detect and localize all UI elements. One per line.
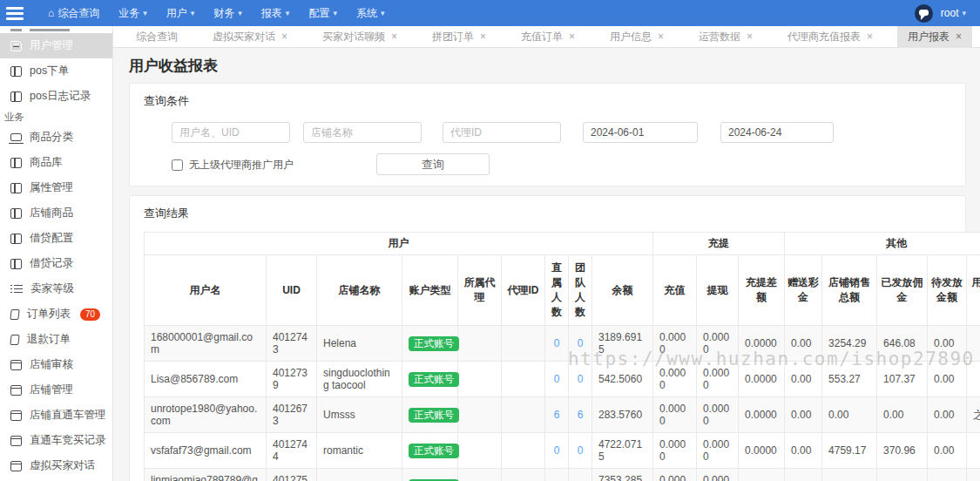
sidebar-item[interactable]: pos日志记录: [0, 84, 112, 109]
results-table: 用户 充提 其他 用户名UID店铺名称账户类型所属代理代理ID直属人数团队人数余…: [144, 232, 980, 481]
count-link[interactable]: 0: [554, 444, 560, 457]
tab-item[interactable]: 拼团订单×: [422, 26, 497, 48]
cell-agent_id: [502, 397, 545, 433]
query-options-row: 无上级代理商推广用户 查询: [144, 153, 951, 176]
cell-pending: 0.00: [928, 326, 967, 362]
tab-item[interactable]: 综合查询: [125, 26, 188, 48]
agent-id-input[interactable]: [443, 122, 561, 143]
tab-item[interactable]: 运营数据×: [688, 26, 763, 48]
cell-balance: 4722.0715: [592, 433, 653, 469]
cell-pending: 0.00: [928, 433, 967, 469]
sidebar-item[interactable]: 商品分类: [0, 125, 112, 150]
sidebar-item[interactable]: 属性管理: [0, 175, 112, 200]
sidebar-item-label: 店铺直通车管理: [30, 408, 106, 423]
nav-item-1[interactable]: ⌂综合查询: [38, 0, 109, 26]
column-header: UID: [267, 255, 317, 326]
sidebar-item[interactable]: 店铺审核: [0, 352, 112, 377]
cell-sales: 553.27: [822, 362, 877, 397]
cell-direct: 0: [545, 433, 569, 469]
sidebar-item[interactable]: 用户管理: [0, 33, 112, 58]
sidebar-item-label: 店铺管理: [30, 383, 73, 397]
close-icon[interactable]: ×: [956, 30, 962, 43]
tab-item[interactable]: 用户信息×: [599, 26, 674, 48]
nav-item-3[interactable]: 用户▾: [157, 0, 205, 26]
cell-paid: 1711.13: [877, 469, 928, 481]
tab-item[interactable]: 代理商充值报表×: [777, 26, 883, 48]
count-link[interactable]: 0: [554, 337, 560, 349]
tab-active[interactable]: 用户报表×: [897, 26, 972, 48]
group-header-user: 用户: [145, 233, 653, 255]
count-link[interactable]: 0: [578, 444, 584, 457]
cell-paid: 370.96: [877, 433, 928, 469]
close-icon[interactable]: ×: [867, 30, 873, 43]
sidebar-item-label: 卖家等级: [30, 281, 74, 296]
date-to-input[interactable]: [720, 122, 834, 143]
tab-item[interactable]: 买家对话聊频×: [312, 26, 408, 48]
cell-diff: 0.0000: [739, 362, 785, 397]
count-link[interactable]: 0: [578, 373, 584, 385]
username-input[interactable]: [172, 122, 290, 143]
count-link[interactable]: 0: [554, 373, 560, 385]
close-icon[interactable]: ×: [391, 30, 397, 43]
nav-item-4[interactable]: 财务▾: [204, 0, 252, 26]
chat-icon[interactable]: [915, 4, 933, 23]
sidebar-item[interactable]: 直通车竞买记录: [0, 428, 112, 453]
cell-type: 正式账号: [402, 362, 458, 397]
file-icon: [10, 309, 19, 320]
cell-type: 正式账号: [402, 397, 458, 433]
chevron-down-icon: ▾: [286, 9, 290, 17]
sidebar-item[interactable]: 退款订单: [0, 327, 112, 352]
shop-name-input[interactable]: [303, 122, 422, 143]
cell-pending: 0.00: [928, 469, 967, 481]
sidebar-item[interactable]: 订单列表70: [0, 301, 112, 327]
group-header-other: 其他: [785, 233, 980, 255]
close-icon[interactable]: ×: [658, 30, 664, 43]
sidebar-item[interactable]: 店铺管理: [0, 377, 112, 403]
sidebar-item[interactable]: pos下单: [0, 58, 112, 84]
column-header: 直属人数: [545, 255, 569, 326]
nav-item-6[interactable]: 配置▾: [299, 0, 347, 26]
account-type-badge: 正式账号: [409, 408, 459, 423]
sidebar-item-label: 虚拟买家对话: [30, 458, 95, 473]
sidebar-item[interactable]: 卖家等级: [0, 276, 112, 301]
card-icon: [10, 461, 22, 471]
column-header: 代理ID: [502, 255, 545, 326]
nav-item-7[interactable]: 系统▾: [347, 0, 395, 26]
cell-diff: 0.0000: [739, 469, 785, 481]
no-agent-checkbox[interactable]: [172, 159, 183, 171]
nav-menu: ⌂综合查询业务▾用户▾财务▾报表▾配置▾系统▾: [38, 0, 394, 26]
tab-bar: 综合查询虚拟买家对话×买家对话聊频×拼团订单×充值订单×用户信息×运营数据×代理…: [113, 26, 980, 48]
tab-item[interactable]: 充值订单×: [510, 26, 585, 48]
sidebar-item[interactable]: 店铺商品: [0, 200, 112, 226]
nav-item-2[interactable]: 业务▾: [109, 0, 157, 26]
count-link[interactable]: 0: [578, 337, 584, 349]
tab-item[interactable]: 虚拟买家对话×: [202, 26, 298, 48]
sidebar-item-label: 商品库: [30, 155, 63, 170]
user-menu[interactable]: root ▾: [941, 7, 966, 19]
results-panel-title: 查询结果: [144, 206, 951, 221]
close-icon[interactable]: ×: [281, 30, 287, 43]
cell-direct: 6: [545, 397, 569, 433]
sidebar-item[interactable]: 借贷记录: [0, 251, 112, 276]
close-icon[interactable]: ×: [747, 30, 753, 43]
search-button[interactable]: 查询: [376, 153, 490, 175]
date-from-input[interactable]: [583, 122, 698, 143]
cell-uid: 4012739: [267, 362, 317, 397]
count-link[interactable]: 6: [554, 409, 560, 421]
hamburger-menu-icon[interactable]: [0, 0, 30, 26]
sidebar-item[interactable]: 店铺直通车管理: [0, 403, 112, 428]
close-icon[interactable]: ×: [480, 30, 486, 43]
nav-item-label: 业务: [118, 6, 139, 21]
cell-balance: 7353.2850: [592, 469, 653, 481]
sidebar-item[interactable]: 虚拟买家对话: [0, 453, 112, 478]
card-icon: [10, 410, 22, 421]
close-icon[interactable]: ×: [569, 30, 575, 43]
cell-agent: [458, 469, 502, 481]
sidebar-item[interactable]: 借贷配置: [0, 226, 112, 251]
nav-item-5[interactable]: 报表▾: [252, 0, 300, 26]
sidebar-item[interactable]: 商品库: [0, 150, 112, 175]
cell-shop: Umsss: [317, 397, 402, 433]
count-link[interactable]: 6: [578, 409, 584, 421]
cell-user: linmiaomiao789789@gmail.com: [145, 469, 267, 481]
cell-shop: Designer bags: [317, 469, 402, 481]
